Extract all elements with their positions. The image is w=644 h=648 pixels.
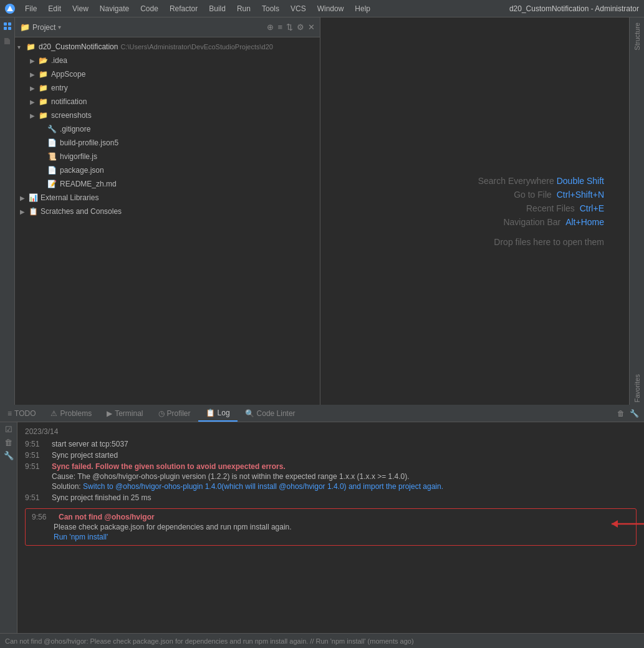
ide-bottom: ≡ TODO ⚠ Problems ▶ Terminal ◷ Profiler … <box>0 405 644 648</box>
idea-label: .idea <box>51 56 67 65</box>
scratches-arrow: ▶ <box>20 208 29 215</box>
log-error-text: Sync failed. Follow the given solution t… <box>52 462 286 471</box>
menu-navigate[interactable]: Navigate <box>95 3 134 14</box>
log-clear-btn[interactable]: 🗑 <box>617 409 625 418</box>
hint-recent-files: Recent Files Ctrl+E <box>333 203 604 213</box>
project-icon[interactable] <box>1 20 14 32</box>
error-box-wrapper: 9:56 Can not find @ohos/hvigor Please ch… <box>25 508 637 546</box>
collapse-btn[interactable]: ≡ <box>277 22 282 32</box>
menu-tools[interactable]: Tools <box>257 3 284 14</box>
error-box: 9:56 Can not find @ohos/hvigor Please ch… <box>25 508 637 546</box>
editor-area: Search Everywhere Double Shift Go to Fil… <box>320 17 629 405</box>
appscope-label: AppScope <box>51 70 85 79</box>
sort-btn[interactable]: ⇅ <box>286 22 293 32</box>
tab-terminal[interactable]: ▶ Terminal <box>99 405 150 422</box>
log-wrench-btn[interactable]: 🔧 <box>4 451 14 460</box>
tree-root[interactable]: ▾ 📁 d20_CustomNotification C:\Users\Admi… <box>15 40 320 54</box>
tree-item-readme[interactable]: ▶ 📝 README_zh.md <box>15 177 320 191</box>
project-dropdown-icon[interactable]: ▾ <box>58 24 61 31</box>
tree-item-entry[interactable]: ▶ 📁 entry <box>15 81 320 95</box>
appscope-icon: 📁 <box>39 70 49 79</box>
log-action-bar: ☑ 🗑 🔧 <box>0 422 17 633</box>
tree-item-notification[interactable]: ▶ 📁 notification <box>15 95 320 109</box>
log-time-3: 9:51 <box>25 462 47 471</box>
menu-build[interactable]: Build <box>204 3 231 14</box>
project-label: Project <box>32 23 55 32</box>
svg-rect-2 <box>8 22 11 26</box>
entry-arrow: ▶ <box>30 85 39 92</box>
menu-help[interactable]: Help <box>350 3 375 14</box>
log-entry-1: 9:51 start server at tcp:5037 <box>25 438 637 450</box>
log-delete-btn[interactable]: 🗑 <box>4 438 12 447</box>
settings-btn[interactable]: ⚙ <box>297 22 304 32</box>
tab-problems[interactable]: ⚠ Problems <box>43 405 99 422</box>
tree-item-screenshots[interactable]: ▶ 📁 screenshots <box>15 109 320 122</box>
log-text-1: start server at tcp:5037 <box>52 440 637 448</box>
log-settings-btn[interactable]: 🔧 <box>630 409 639 418</box>
tab-log[interactable]: 📋 Log <box>198 405 238 422</box>
package-json-label: package.json <box>60 166 104 175</box>
structure-label[interactable]: Structure <box>632 20 642 53</box>
log-time-4: 9:51 <box>25 493 47 502</box>
menu-code[interactable]: Code <box>135 3 163 14</box>
gitignore-label: .gitignore <box>60 125 90 133</box>
log-entry-3: 9:51 Sync failed. Follow the given solut… <box>25 461 637 492</box>
tree-item-appscope[interactable]: ▶ 📁 AppScope <box>15 67 320 81</box>
menu-vcs[interactable]: VCS <box>286 3 311 14</box>
hvigorfile-label: hvigorfile.js <box>60 152 97 161</box>
profiler-icon: ◷ <box>158 409 165 418</box>
ext-libs-icon: 📊 <box>29 193 38 202</box>
svg-marker-6 <box>612 520 618 528</box>
tree-item-idea[interactable]: ▶ 📂 .idea <box>15 54 320 67</box>
idea-arrow: ▶ <box>30 57 39 64</box>
build-profile-label: build-profile.json5 <box>60 138 118 147</box>
scratches-icon: 📋 <box>29 207 38 216</box>
tree-item-external-libs[interactable]: ▶ 📊 External Libraries <box>15 191 320 205</box>
idea-icon: 📂 <box>39 56 49 65</box>
terminal-icon: ▶ <box>107 409 112 418</box>
problems-icon: ⚠ <box>50 409 57 418</box>
menu-file[interactable]: File <box>20 3 42 14</box>
menu-run[interactable]: Run <box>232 3 256 14</box>
tree-item-package-json[interactable]: ▶ 📄 package.json <box>15 163 320 177</box>
tab-profiler[interactable]: ◷ Profiler <box>151 405 198 422</box>
project-panel: 📁 Project ▾ ⊕ ≡ ⇅ ⚙ ✕ ▾ 📁 <box>15 17 320 405</box>
log-mark-btn[interactable]: ☑ <box>5 425 12 434</box>
tab-code-linter[interactable]: 🔍 Code Linter <box>238 405 303 422</box>
hint-drop-files: Drop files here to open them <box>333 237 604 247</box>
menu-window[interactable]: Window <box>312 3 349 14</box>
hint-nav-bar: Navigation Bar Alt+Home <box>333 217 604 227</box>
svg-rect-1 <box>4 22 7 26</box>
right-sidebar: Structure Favorites <box>629 17 644 405</box>
menu-view[interactable]: View <box>67 3 94 14</box>
content-area: Search Everywhere Double Shift Go to Fil… <box>320 17 629 405</box>
appscope-arrow: ▶ <box>30 71 39 78</box>
notification-arrow: ▶ <box>30 99 39 105</box>
svg-rect-4 <box>8 27 11 30</box>
menu-edit[interactable]: Edit <box>43 3 66 14</box>
tree-item-build-profile[interactable]: ▶ 📄 build-profile.json5 <box>15 136 320 150</box>
log-entry-2: 9:51 Sync project started <box>25 450 637 461</box>
log-icon: 📋 <box>206 409 215 417</box>
tree-item-hvigorfile[interactable]: ▶ 📜 hvigorfile.js <box>15 150 320 163</box>
files-icon[interactable] <box>1 35 14 47</box>
error-box-link[interactable]: Run 'npm install' <box>54 533 108 541</box>
log-text-2: Sync project started <box>52 451 637 460</box>
notification-icon: 📁 <box>39 97 49 106</box>
close-btn[interactable]: ✕ <box>308 22 315 32</box>
entry-icon: 📁 <box>39 84 49 92</box>
log-solution-prefix: Solution: <box>52 482 83 491</box>
log-solution-link[interactable]: Switch to @ohos/hvigor-ohos-plugin 1.4.0… <box>83 482 443 491</box>
bottom-tabs: ≡ TODO ⚠ Problems ▶ Terminal ◷ Profiler … <box>0 405 644 422</box>
ext-arrow: ▶ <box>20 195 29 201</box>
tab-todo[interactable]: ≡ TODO <box>0 405 43 422</box>
hint-goto-file: Go to File Ctrl+Shift+N <box>333 190 604 200</box>
ide-body: 📁 Project ▾ ⊕ ≡ ⇅ ⚙ ✕ ▾ 📁 <box>0 17 644 405</box>
locate-btn[interactable]: ⊕ <box>267 22 274 32</box>
tree-item-gitignore[interactable]: ▶ 🔧 .gitignore <box>15 122 320 136</box>
menu-refactor[interactable]: Refactor <box>165 3 203 14</box>
favorites-label[interactable]: Favorites <box>632 372 642 405</box>
status-bar: Can not find @ohos/hvigor: Please check … <box>0 633 644 648</box>
tree-item-scratches[interactable]: ▶ 📋 Scratches and Consoles <box>15 205 320 218</box>
error-box-desc: Please check package.json for dependenci… <box>54 523 292 531</box>
